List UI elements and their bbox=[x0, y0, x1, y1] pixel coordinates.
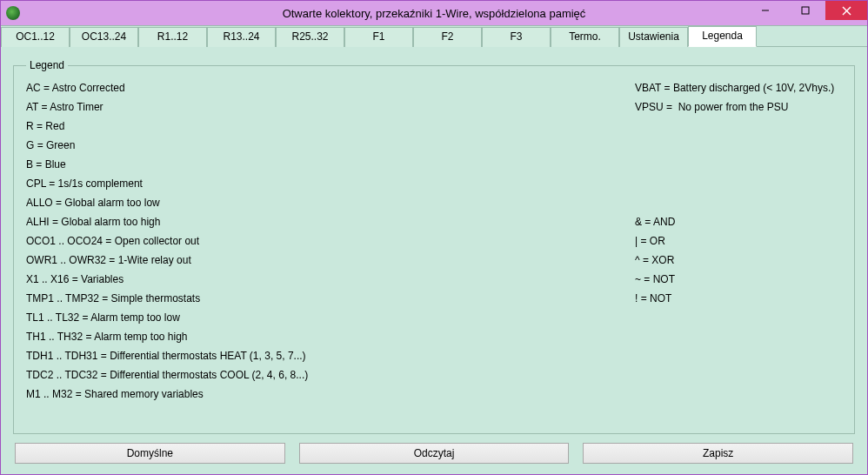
button-row: Domyślne Odczytaj Zapisz bbox=[13, 434, 855, 467]
legend-line: ! = NOT bbox=[635, 289, 842, 308]
app-window: Otwarte kolektory, przekaźniki 1-Wire, w… bbox=[0, 0, 868, 475]
legend-line: | = OR bbox=[635, 231, 842, 251]
tab-r1-12[interactable]: R1..12 bbox=[138, 27, 207, 47]
titlebar[interactable]: Otwarte kolektory, przekaźniki 1-Wire, w… bbox=[1, 1, 867, 25]
legend-line: VPSU = No power from the PSU bbox=[635, 97, 842, 117]
legend-line: VBAT = Battery discharged (< 10V, 2Vhys.… bbox=[635, 78, 842, 97]
tab-f2[interactable]: F2 bbox=[413, 27, 482, 47]
tab-ustawienia[interactable]: Ustawienia bbox=[619, 27, 688, 47]
window-title: Otwarte kolektory, przekaźniki 1-Wire, w… bbox=[1, 7, 867, 20]
legend-line: TL1 .. TL32 = Alarm temp too low bbox=[26, 308, 635, 327]
legend-line: OWR1 .. OWR32 = 1-Wite relay out bbox=[26, 251, 635, 270]
legend-line: M1 .. M32 = Shared memory variables bbox=[26, 385, 635, 404]
tab-termo[interactable]: Termo. bbox=[551, 27, 619, 47]
legend-line: ALHI = Global alarm too high bbox=[26, 212, 635, 231]
legend-line: ^ = XOR bbox=[635, 251, 842, 270]
tab-panel-legenda: Legend AC = Astro Corrected AT = Astro T… bbox=[1, 47, 867, 474]
legend-line: OCO1 .. OCO24 = Open collector out bbox=[26, 231, 635, 251]
client-area: OC1..12 OC13..24 R1..12 R13..24 R25..32 … bbox=[1, 25, 867, 474]
legend-line: CPL = 1s/1s complement bbox=[26, 174, 635, 193]
tabstrip: OC1..12 OC13..24 R1..12 R13..24 R25..32 … bbox=[1, 26, 867, 47]
window-controls bbox=[745, 1, 867, 20]
legend-line: X1 .. X16 = Variables bbox=[26, 270, 635, 289]
svg-rect-1 bbox=[802, 7, 809, 14]
maximize-button[interactable] bbox=[785, 1, 825, 20]
tab-r25-32[interactable]: R25..32 bbox=[276, 27, 344, 47]
read-button[interactable]: Odczytaj bbox=[299, 443, 570, 464]
app-icon bbox=[6, 6, 20, 20]
legend-line: R = Red bbox=[26, 117, 635, 136]
minimize-icon bbox=[761, 6, 770, 15]
tab-oc1-12[interactable]: OC1..12 bbox=[1, 27, 70, 47]
legend-line: TDC2 .. TDC32 = Differential thermostats… bbox=[26, 365, 635, 385]
legend-title: Legend bbox=[26, 59, 68, 71]
legend-line: & = AND bbox=[635, 212, 842, 231]
default-button[interactable]: Domyślne bbox=[15, 443, 285, 464]
legend-line: TH1 .. TH32 = Alarm temp too high bbox=[26, 327, 635, 346]
legend-line: TDH1 .. TDH31 = Differential thermostats… bbox=[26, 346, 635, 365]
close-button[interactable] bbox=[825, 1, 867, 20]
maximize-icon bbox=[801, 6, 810, 15]
tab-r13-24[interactable]: R13..24 bbox=[207, 27, 276, 47]
legend-line: TMP1 .. TMP32 = Simple thermostats bbox=[26, 289, 635, 308]
legend-line: ~ = NOT bbox=[635, 270, 842, 289]
close-icon bbox=[842, 6, 851, 16]
minimize-button[interactable] bbox=[745, 1, 785, 20]
legend-line: G = Green bbox=[26, 136, 635, 155]
tab-f3[interactable]: F3 bbox=[482, 27, 551, 47]
legend-line: B = Blue bbox=[26, 155, 635, 174]
spacer bbox=[635, 117, 842, 212]
save-button[interactable]: Zapisz bbox=[583, 443, 853, 464]
legend-line: AT = Astro Timer bbox=[26, 97, 635, 117]
tab-f1[interactable]: F1 bbox=[344, 27, 413, 47]
legend-groupbox: Legend AC = Astro Corrected AT = Astro T… bbox=[13, 59, 855, 434]
tab-legenda[interactable]: Legenda bbox=[688, 26, 757, 47]
legend-line: ALLO = Global alarm too low bbox=[26, 193, 635, 212]
legend-left-column: AC = Astro Corrected AT = Astro Timer R … bbox=[26, 78, 635, 404]
legend-line: AC = Astro Corrected bbox=[26, 78, 635, 97]
legend-right-column: VBAT = Battery discharged (< 10V, 2Vhys.… bbox=[635, 78, 842, 404]
tab-oc13-24[interactable]: OC13..24 bbox=[70, 27, 138, 47]
